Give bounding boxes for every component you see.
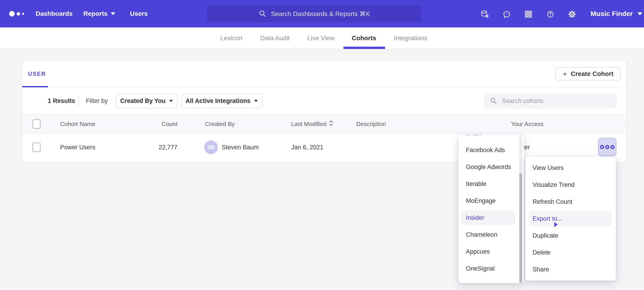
submenu-arrow-icon (554, 222, 558, 227)
apps-grid-icon[interactable] (524, 9, 534, 19)
menu-item-insider[interactable]: Insider (458, 209, 524, 226)
nav-users-label: Users (130, 10, 148, 17)
chevron-down-icon (111, 12, 115, 15)
col-cohort-name: Cohort Name (60, 120, 96, 127)
export-destinations-menu: Braze Facebook Ads Google Adwords Iterab… (458, 135, 524, 283)
row-actions-button[interactable] (598, 138, 616, 156)
tab-data-audit[interactable]: Data Audit (260, 28, 290, 49)
menu-item-iterable[interactable]: Iterable (458, 175, 524, 192)
cohort-type-tabs: USER + Create Cohort (22, 61, 626, 87)
menu-item-view-users[interactable]: View Users (525, 160, 616, 176)
chevron-down-icon (254, 100, 258, 102)
menu-item-duplicate[interactable]: Duplicate (525, 227, 616, 244)
global-search-placeholder: Search Dashboards & Reports ⌘K (271, 10, 370, 18)
tab-cohorts[interactable]: Cohorts (352, 28, 376, 49)
project-switcher[interactable]: Music Finder (590, 0, 642, 28)
cohort-name-link[interactable]: Power Users (60, 144, 96, 151)
tab-lexicon[interactable]: Lexicon (220, 28, 242, 49)
settings-gear-icon[interactable] (567, 9, 577, 19)
nav-users[interactable]: Users (130, 0, 148, 28)
integrations-filter[interactable]: All Active Integrations (181, 94, 262, 108)
create-cohort-label: Create Cohort (571, 70, 614, 78)
col-description: Description (356, 120, 386, 127)
cohort-search-input[interactable]: Search cohorts (484, 93, 617, 109)
tab-integrations[interactable]: Integrations (394, 28, 427, 49)
select-all-checkbox[interactable] (32, 119, 41, 129)
project-name: Music Finder (590, 10, 633, 18)
cohort-count: 22,777 (127, 144, 178, 151)
nav-dashboards-label: Dashboards (36, 10, 72, 17)
menu-item-delete[interactable]: Delete (525, 244, 616, 261)
avatar: SB (204, 140, 218, 154)
nav-dashboards[interactable]: Dashboards (36, 0, 72, 28)
col-count: Count (127, 120, 178, 127)
ellipsis-icon (605, 145, 609, 149)
created-by-name: Steven Baum (222, 144, 259, 151)
col-last-modified[interactable]: Last Modified (291, 120, 334, 128)
ellipsis-icon (610, 145, 614, 149)
global-search-input[interactable]: Search Dashboards & Reports ⌘K (207, 6, 422, 22)
tab-live-view[interactable]: Live View (307, 28, 334, 49)
chevron-down-icon (169, 100, 173, 102)
section-tabs: Lexicon Data Audit Live View Cohorts Int… (0, 28, 644, 49)
nav-reports[interactable]: Reports (83, 0, 115, 28)
chevron-down-icon (638, 12, 642, 15)
scrollbar-thumb[interactable] (519, 173, 522, 283)
mixpanel-logo-icon[interactable] (9, 0, 24, 28)
menu-item-export-to[interactable]: Export to... (525, 210, 616, 227)
nav-reports-label: Reports (83, 10, 108, 17)
help-icon[interactable] (545, 9, 556, 19)
ellipsis-icon (600, 145, 604, 149)
created-by-filter[interactable]: Created By You (116, 94, 178, 108)
active-tab-underline (344, 47, 385, 49)
table-header: Cohort Name Count Created By Last Modifi… (22, 114, 626, 133)
search-icon (258, 10, 267, 18)
menu-item-onesignal[interactable]: OneSignal (458, 260, 524, 277)
scrollbar-track (519, 135, 522, 283)
menu-item-braze[interactable]: Braze (458, 135, 524, 141)
menu-item-google-adwords[interactable]: Google Adwords (458, 159, 524, 175)
feedback-icon[interactable] (502, 9, 512, 19)
results-count: 1 Results (48, 97, 75, 104)
cohort-search-placeholder: Search cohorts (502, 97, 544, 104)
menu-item-appcues[interactable]: Appcues (458, 243, 524, 260)
data-settings-icon[interactable] (480, 9, 490, 19)
last-modified-date: Jan 6, 2021 (291, 144, 323, 151)
cohorts-panel: USER + Create Cohort 1 Results Filter by… (22, 60, 627, 161)
col-created-by: Created By (205, 120, 235, 127)
top-nav: Dashboards Reports Users Search Dashboar… (0, 0, 644, 28)
sort-icon (329, 120, 334, 128)
plus-icon: + (562, 70, 567, 78)
filter-toolbar: 1 Results Filter by Created By You All A… (22, 87, 626, 114)
menu-item-visualize-trend[interactable]: Visualize Trend (525, 176, 616, 193)
menu-item-facebook-ads[interactable]: Facebook Ads (458, 141, 524, 159)
menu-item-moengage[interactable]: MoEngage (458, 192, 524, 209)
search-icon (490, 97, 498, 105)
row-checkbox[interactable] (32, 142, 41, 152)
col-your-access: Your Access (511, 120, 544, 127)
create-cohort-button[interactable]: + Create Cohort (555, 67, 621, 80)
menu-item-share[interactable]: Share (525, 261, 616, 278)
menu-item-chameleon[interactable]: Chameleon (458, 226, 524, 243)
row-actions-menu: View Users Visualize Trend Refresh Count… (525, 157, 616, 281)
divider (78, 96, 79, 106)
tab-user-cohorts[interactable]: USER (28, 61, 46, 87)
menu-item-refresh-count[interactable]: Refresh Count (525, 193, 616, 210)
filter-by-label: Filter by (86, 97, 108, 104)
